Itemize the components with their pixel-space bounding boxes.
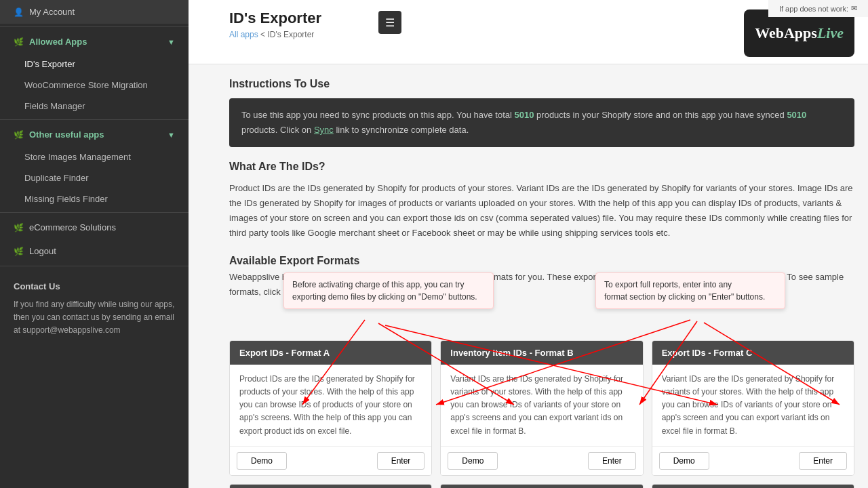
- sidebar-item-duplicate-finder[interactable]: Duplicate Finder: [0, 167, 189, 188]
- email-icon[interactable]: ✉: [851, 4, 857, 13]
- export-card-a: Export IDs - Format A Product IDs are th…: [229, 340, 432, 476]
- sidebar-divider-3: [0, 212, 189, 213]
- page-title: ID's Exporter: [229, 9, 321, 27]
- what-are-ids-section: What Are The IDs? Product IDs are the ID…: [229, 161, 854, 241]
- chevron-allowed-apps: ▼: [167, 38, 175, 46]
- card-a-body: Product IDs are the IDs generated by Sho…: [230, 365, 431, 446]
- tooltip-enter: To export full reports, enter into any f…: [595, 272, 785, 309]
- card-f-header: Format F - Google Merchant Sheet: [652, 485, 854, 488]
- export-card-f: Format F - Google Merchant Sheet Product…: [652, 484, 854, 488]
- hamburger-button[interactable]: ☰: [378, 11, 401, 34]
- export-card-e: Format E - Facebook Sheet Product and va…: [440, 484, 643, 488]
- sidebar-divider-1: [0, 26, 189, 27]
- breadcrumb-all-apps[interactable]: All apps: [229, 30, 258, 39]
- breadcrumb: All apps < ID's Exporter: [229, 30, 321, 39]
- card-a-footer: Demo Enter: [230, 446, 431, 475]
- card-c-enter-button[interactable]: Enter: [799, 452, 847, 470]
- card-c-footer: Demo Enter: [652, 446, 854, 475]
- card-e-header: Format E - Facebook Sheet: [441, 485, 642, 488]
- card-b-footer: Demo Enter: [441, 446, 642, 475]
- card-c-body: Variant IDs are the IDs generated by Sho…: [652, 365, 854, 446]
- export-card-b: Inventory Item IDs - Format B Variant ID…: [440, 340, 643, 476]
- main-content: If app does not work: ✉ ☰ ID's Exporter …: [189, 0, 868, 488]
- sync-link[interactable]: Sync: [314, 125, 334, 135]
- cards-row-1: Export IDs - Format A Product IDs are th…: [229, 340, 854, 476]
- card-d-header: Export IDs - Format D: [230, 485, 431, 488]
- content-header: ID's Exporter All apps < ID's Exporter W…: [189, 0, 868, 64]
- card-c-header: Export IDs - Format C: [652, 341, 854, 365]
- header-left: ID's Exporter All apps < ID's Exporter: [229, 9, 321, 39]
- other-apps-icon: 🌿: [14, 130, 24, 140]
- contact-text: If you find any difficulty while using o…: [14, 298, 175, 338]
- what-are-ids-title: What Are The IDs?: [229, 161, 854, 173]
- ecommerce-icon: 🌿: [14, 223, 24, 232]
- export-card-d: Export IDs - Format D Image IDs are the …: [229, 484, 432, 488]
- sidebar-item-missing-fields[interactable]: Missing Fields Finder: [0, 188, 189, 209]
- sidebar-section-allowed-apps[interactable]: 🌿 Allowed Apps ▼: [0, 30, 189, 54]
- sidebar-item-store-images[interactable]: Store Images Management: [0, 146, 189, 167]
- what-are-ids-text: Product IDs are the IDs generated by Sho…: [229, 181, 854, 241]
- content-body: Instructions To Use To use this app you …: [189, 64, 868, 488]
- card-b-header: Inventory Item IDs - Format B: [441, 341, 642, 365]
- instructions-title: Instructions To Use: [229, 78, 854, 90]
- card-b-enter-button[interactable]: Enter: [588, 452, 636, 470]
- user-icon: 👤: [14, 7, 24, 17]
- info-box: To use this app you need to sync product…: [229, 98, 854, 147]
- contact-section: Contact Us If you find any difficulty wh…: [0, 269, 189, 348]
- available-export-title: Available Export Formats: [229, 255, 854, 267]
- card-a-demo-button[interactable]: Demo: [237, 452, 287, 470]
- card-a-header: Export IDs - Format A: [230, 341, 431, 365]
- export-card-c: Export IDs - Format C Variant IDs are th…: [652, 340, 854, 476]
- top-bar: If app does not work: ✉: [768, 0, 868, 17]
- cards-row-2: Export IDs - Format D Image IDs are the …: [229, 484, 854, 488]
- sidebar-section-other-apps[interactable]: 🌿 Other useful apps ▼: [0, 123, 189, 146]
- sidebar-divider-4: [0, 266, 189, 266]
- tooltip-demo: Before activating charge of this app, yo…: [283, 272, 494, 309]
- card-b-demo-button[interactable]: Demo: [448, 452, 498, 470]
- sidebar-item-ids-exporter[interactable]: ID's Exporter: [0, 54, 189, 75]
- sidebar-item-my-account[interactable]: 👤 My Account: [0, 0, 189, 24]
- sidebar-item-fields-manager[interactable]: Fields Manager: [0, 96, 189, 117]
- apps-icon: 🌿: [14, 37, 24, 47]
- contact-title: Contact Us: [14, 280, 175, 294]
- logout-icon: 🌿: [14, 247, 24, 256]
- sidebar-item-woocommerce-migration[interactable]: WooCommerce Store Migration: [0, 75, 189, 96]
- sidebar: 👤 My Account 🌿 Allowed Apps ▼ ID's Expor…: [0, 0, 189, 488]
- breadcrumb-current: ID's Exporter: [267, 30, 314, 39]
- sidebar-divider-2: [0, 119, 189, 120]
- sidebar-item-ecommerce[interactable]: 🌿 eCommerce Solutions: [0, 216, 189, 239]
- sidebar-item-logout[interactable]: 🌿 Logout: [0, 239, 189, 263]
- logo: WebAppsLive: [755, 24, 844, 42]
- available-export-section: Available Export Formats Webappslive hav…: [229, 255, 854, 488]
- card-b-body: Variant IDs are the IDs generated by Sho…: [441, 365, 642, 446]
- card-a-enter-button[interactable]: Enter: [377, 452, 425, 470]
- breadcrumb-separator: <: [260, 30, 267, 39]
- card-c-demo-button[interactable]: Demo: [659, 452, 709, 470]
- chevron-other-apps: ▼: [167, 131, 175, 139]
